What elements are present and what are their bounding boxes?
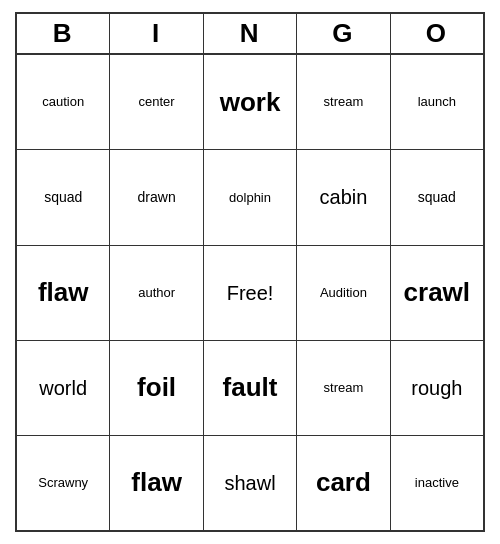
- bingo-cell-0-4: launch: [391, 55, 483, 149]
- cell-text-4-0: Scrawny: [38, 475, 88, 491]
- bingo-row-3: worldfoilfaultstreamrough: [17, 341, 483, 436]
- header-cell-I: I: [110, 14, 203, 53]
- cell-text-2-0: flaw: [38, 277, 89, 308]
- bingo-cell-3-4: rough: [391, 341, 483, 435]
- cell-text-3-4: rough: [411, 376, 462, 400]
- cell-text-1-3: cabin: [320, 185, 368, 209]
- header-cell-B: B: [17, 14, 110, 53]
- cell-text-0-1: center: [139, 94, 175, 110]
- cell-text-2-3: Audition: [320, 285, 367, 301]
- bingo-cell-2-2: Free!: [204, 246, 297, 340]
- header-letter-G: G: [332, 18, 354, 49]
- bingo-row-1: squaddrawndolphincabinsquad: [17, 150, 483, 245]
- bingo-cell-4-0: Scrawny: [17, 436, 110, 530]
- bingo-cell-0-3: stream: [297, 55, 390, 149]
- bingo-cell-2-4: crawl: [391, 246, 483, 340]
- bingo-cell-4-1: flaw: [110, 436, 203, 530]
- cell-text-1-2: dolphin: [229, 190, 271, 206]
- bingo-cell-2-0: flaw: [17, 246, 110, 340]
- cell-text-0-0: caution: [42, 94, 84, 110]
- header-cell-G: G: [297, 14, 390, 53]
- bingo-cell-3-3: stream: [297, 341, 390, 435]
- header-letter-N: N: [240, 18, 261, 49]
- bingo-card: BINGO cautioncenterworkstreamlaunchsquad…: [15, 12, 485, 532]
- bingo-cell-3-1: foil: [110, 341, 203, 435]
- bingo-cell-0-0: caution: [17, 55, 110, 149]
- bingo-body: cautioncenterworkstreamlaunchsquaddrawnd…: [17, 55, 483, 530]
- bingo-cell-2-3: Audition: [297, 246, 390, 340]
- header-cell-N: N: [204, 14, 297, 53]
- cell-text-3-1: foil: [137, 372, 176, 403]
- bingo-cell-1-0: squad: [17, 150, 110, 244]
- cell-text-1-0: squad: [44, 189, 82, 206]
- bingo-cell-1-1: drawn: [110, 150, 203, 244]
- bingo-cell-3-2: fault: [204, 341, 297, 435]
- cell-text-4-4: inactive: [415, 475, 459, 491]
- cell-text-0-4: launch: [418, 94, 456, 110]
- bingo-cell-1-2: dolphin: [204, 150, 297, 244]
- bingo-cell-0-2: work: [204, 55, 297, 149]
- bingo-cell-2-1: author: [110, 246, 203, 340]
- bingo-row-0: cautioncenterworkstreamlaunch: [17, 55, 483, 150]
- bingo-row-4: Scrawnyflawshawlcardinactive: [17, 436, 483, 530]
- cell-text-2-4: crawl: [404, 277, 471, 308]
- cell-text-4-1: flaw: [131, 467, 182, 498]
- cell-text-4-2: shawl: [224, 471, 275, 495]
- cell-text-0-2: work: [220, 87, 281, 118]
- header-letter-I: I: [152, 18, 161, 49]
- cell-text-4-3: card: [316, 467, 371, 498]
- cell-text-3-2: fault: [223, 372, 278, 403]
- header-letter-B: B: [53, 18, 74, 49]
- bingo-cell-4-3: card: [297, 436, 390, 530]
- bingo-header: BINGO: [17, 14, 483, 55]
- bingo-cell-1-3: cabin: [297, 150, 390, 244]
- cell-text-0-3: stream: [324, 94, 364, 110]
- cell-text-2-2: Free!: [227, 281, 274, 305]
- cell-text-3-0: world: [39, 376, 87, 400]
- cell-text-2-1: author: [138, 285, 175, 301]
- header-letter-O: O: [426, 18, 448, 49]
- bingo-cell-3-0: world: [17, 341, 110, 435]
- bingo-cell-1-4: squad: [391, 150, 483, 244]
- cell-text-1-1: drawn: [138, 189, 176, 206]
- header-cell-O: O: [391, 14, 483, 53]
- bingo-cell-4-4: inactive: [391, 436, 483, 530]
- cell-text-1-4: squad: [418, 189, 456, 206]
- bingo-cell-4-2: shawl: [204, 436, 297, 530]
- bingo-cell-0-1: center: [110, 55, 203, 149]
- bingo-row-2: flawauthorFree!Auditioncrawl: [17, 246, 483, 341]
- cell-text-3-3: stream: [324, 380, 364, 396]
